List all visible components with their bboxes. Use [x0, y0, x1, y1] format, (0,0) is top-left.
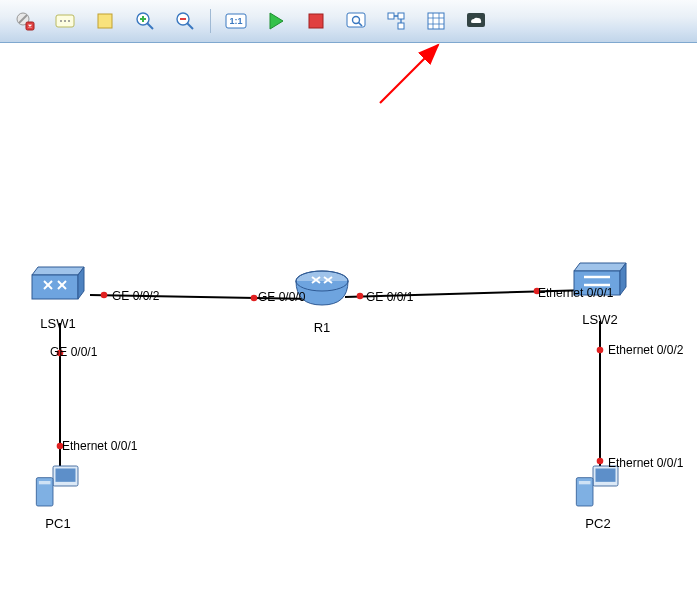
play-icon — [266, 11, 286, 31]
topology-button[interactable] — [377, 5, 415, 37]
delete-button[interactable] — [6, 5, 44, 37]
svg-rect-15 — [347, 13, 365, 27]
inspect-button[interactable] — [337, 5, 375, 37]
svg-marker-42 — [574, 263, 626, 271]
annotation-button[interactable] — [46, 5, 84, 37]
device-label: LSW1 — [26, 316, 90, 331]
svg-point-4 — [64, 20, 66, 22]
svg-rect-19 — [398, 13, 404, 19]
port-label: GE 0/0/0 — [258, 290, 305, 304]
device-label: R1 — [290, 320, 354, 335]
port-label: GE 0/0/2 — [112, 289, 159, 303]
grid-icon — [426, 11, 446, 31]
port-label: Ethernet 0/0/1 — [62, 439, 137, 453]
port-label: Ethernet 0/0/1 — [538, 286, 613, 300]
svg-line-10 — [187, 23, 193, 29]
start-button[interactable] — [257, 5, 295, 37]
zoom-out-button[interactable] — [166, 5, 204, 37]
svg-point-30 — [251, 295, 258, 302]
svg-rect-38 — [32, 275, 78, 299]
svg-line-24 — [380, 45, 438, 103]
grid-button[interactable] — [417, 5, 455, 37]
port-label: GE 0/0/1 — [366, 290, 413, 304]
stop-button[interactable] — [297, 5, 335, 37]
toolbar: 1:1 — [0, 0, 697, 43]
note-icon — [95, 11, 115, 31]
delete-icon — [14, 10, 36, 32]
svg-rect-52 — [579, 481, 591, 484]
note-button[interactable] — [86, 5, 124, 37]
svg-point-35 — [597, 347, 604, 354]
device-pc2[interactable]: PC2 — [566, 461, 630, 531]
svg-line-8 — [147, 23, 153, 29]
topology-icon — [385, 10, 407, 32]
svg-point-29 — [101, 292, 108, 299]
port-label: GE 0/0/1 — [50, 345, 97, 359]
device-pc1[interactable]: PC1 — [26, 461, 90, 531]
fit-icon: 1:1 — [224, 11, 248, 31]
annotation-icon — [54, 10, 76, 32]
port-label: Ethernet 0/0/2 — [608, 343, 683, 357]
stop-icon — [307, 12, 325, 30]
device-label: LSW2 — [568, 312, 632, 327]
zoom-in-button[interactable] — [126, 5, 164, 37]
cloud-button[interactable] — [457, 5, 495, 37]
pc-icon — [26, 461, 90, 511]
svg-rect-21 — [428, 13, 444, 29]
zoom-in-icon — [134, 10, 156, 32]
svg-rect-18 — [388, 13, 394, 19]
port-label: Ethernet 0/0/1 — [608, 456, 683, 470]
device-label: PC2 — [566, 516, 630, 531]
svg-point-3 — [60, 20, 62, 22]
device-lsw1[interactable]: LSW1 — [26, 261, 90, 331]
svg-rect-14 — [309, 14, 323, 28]
svg-rect-20 — [398, 23, 404, 29]
svg-rect-6 — [98, 14, 112, 28]
svg-point-31 — [357, 293, 364, 300]
separator — [210, 9, 211, 33]
cloud-icon — [465, 11, 487, 31]
svg-marker-37 — [32, 267, 84, 275]
svg-point-5 — [68, 20, 70, 22]
switch-icon — [26, 261, 90, 311]
device-label: PC1 — [26, 516, 90, 531]
fit-button[interactable]: 1:1 — [217, 5, 255, 37]
topology-canvas[interactable]: LSW1 R1 LSW2 — [0, 43, 697, 590]
svg-marker-13 — [270, 13, 283, 29]
zoom-out-icon — [174, 10, 196, 32]
svg-text:1:1: 1:1 — [229, 16, 242, 26]
svg-rect-48 — [39, 481, 51, 484]
svg-rect-46 — [56, 469, 76, 482]
inspect-icon — [345, 10, 367, 32]
svg-rect-50 — [596, 469, 616, 482]
